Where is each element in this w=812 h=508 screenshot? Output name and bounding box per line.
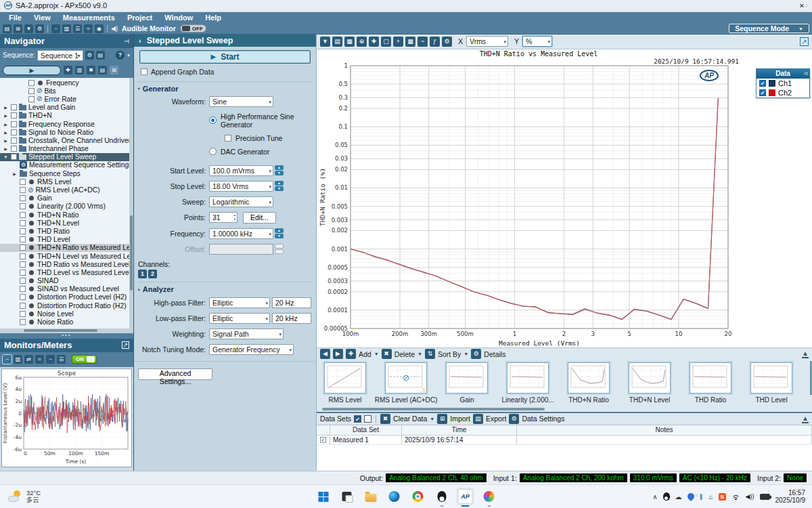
tree-item[interactable]: ▶Crosstalk, One Channel Undriven	[0, 136, 133, 144]
generator-section-header[interactable]: ▪ Generator	[138, 81, 312, 93]
sequence-select[interactable]: Sequence 1 ▼	[37, 50, 83, 61]
import-icon[interactable]: ⊞	[110, 66, 118, 75]
meters-monitor-icon[interactable]: ▥	[14, 355, 22, 364]
import-label[interactable]: Import	[450, 415, 470, 423]
append-graph-data-checkbox[interactable]	[141, 68, 148, 75]
export-icon[interactable]: ▤	[98, 66, 107, 75]
task-view-button[interactable]	[338, 488, 356, 505]
trace-monitor-icon[interactable]: ~	[46, 355, 55, 364]
chevron-down-icon[interactable]: ▼	[127, 54, 131, 58]
crosshair-icon[interactable]: +	[393, 37, 403, 47]
menu-window[interactable]: Window	[158, 12, 199, 24]
help-button[interactable]: ?	[116, 51, 125, 60]
tree-item[interactable]: Noise Ratio	[0, 318, 133, 326]
legend-checkbox[interactable]: ✔	[759, 89, 766, 96]
measurement-thumbnail[interactable]: THD Level	[750, 362, 793, 406]
expand-arrow-icon[interactable]: ▼	[3, 155, 9, 159]
sogou-ime-icon[interactable]: S	[719, 493, 726, 501]
check-all-icon[interactable]: ✔	[354, 415, 361, 423]
x-unit-select[interactable]: Vrms▾	[466, 36, 508, 47]
menu-project[interactable]: Project	[121, 12, 158, 24]
tree-checkbox[interactable]	[20, 179, 26, 185]
hp-filter-freq-input[interactable]: 20 Hz	[272, 297, 311, 308]
sequence-copy-icon[interactable]: ▤	[96, 51, 105, 60]
tree-checkbox[interactable]	[20, 220, 26, 226]
wifi-icon[interactable]	[731, 493, 740, 500]
expand-arrow-icon[interactable]: ▶	[3, 146, 9, 151]
chrome-button[interactable]	[409, 488, 427, 505]
tree-checkbox[interactable]	[28, 80, 35, 86]
sequence-settings-icon[interactable]: ⚙	[85, 51, 94, 60]
sequence-mode-button[interactable]: Sequence Mode ▼	[729, 24, 809, 33]
legend-header[interactable]: Data ⊲	[757, 69, 809, 79]
qq-button[interactable]	[433, 488, 451, 505]
frequency-input[interactable]: 1.00000 kHz▾	[209, 228, 273, 239]
hp-sine-radio[interactable]	[209, 117, 217, 124]
chevron-down-icon[interactable]: ▼	[430, 417, 434, 421]
new-file-icon[interactable]: ▤	[3, 24, 12, 33]
panel-splitter[interactable]: •••	[0, 333, 133, 339]
dac-generator-radio[interactable]	[209, 148, 217, 155]
tree-item[interactable]: ▼Stepped Level Sweep	[0, 153, 133, 161]
tree-checkbox[interactable]	[20, 261, 26, 268]
clear-data-label[interactable]: Clear Data	[393, 415, 427, 423]
expand-arrow-icon[interactable]: ▶	[12, 171, 18, 176]
advanced-settings-button[interactable]: Advanced Settings...	[138, 368, 212, 380]
steps-monitor-icon[interactable]: ≈	[35, 355, 44, 364]
open-icon[interactable]: ⊞	[14, 24, 22, 33]
tree-item[interactable]: ⚙Measurement Sequence Settings...	[0, 161, 133, 169]
start-level-spinner[interactable]: ▲▼	[275, 165, 284, 175]
points-spinner[interactable]: ▲▼	[233, 213, 236, 221]
edit-points-button[interactable]: Edit...	[243, 212, 276, 224]
photos-button[interactable]	[480, 488, 498, 505]
measurement-thumbnail[interactable]: THD+N Ratio	[567, 362, 610, 406]
save-icon[interactable]: ▼	[320, 37, 330, 47]
analyzer-section-header[interactable]: ▪ Analyzer	[138, 282, 312, 293]
add-measurement-icon[interactable]: ✚	[64, 66, 72, 75]
tree-item[interactable]: Distortion Product Level (H2)	[0, 293, 133, 301]
tree-checkbox[interactable]	[11, 154, 17, 160]
list-monitor-icon[interactable]: ☰	[57, 355, 66, 364]
start-level-input[interactable]: 100.0 mVrms▾	[209, 165, 273, 176]
tree-item[interactable]: Linearity (2.000 Vrms)	[0, 203, 133, 211]
file-explorer-button[interactable]	[362, 488, 380, 505]
collapse-panel-icon[interactable]: ▲	[802, 350, 809, 358]
thumbnail-label[interactable]: Linearity (2.000...	[501, 396, 554, 404]
tree-checkbox[interactable]	[20, 286, 26, 292]
report-icon[interactable]: ▥	[75, 66, 84, 75]
qq-tray-icon[interactable]	[663, 492, 670, 501]
tree-item[interactable]: Frequency	[0, 79, 133, 87]
popout-graph-icon[interactable]: ↗	[800, 37, 809, 46]
thumbnail-label[interactable]: THD+N Level	[629, 396, 670, 404]
tree-checkbox[interactable]	[11, 129, 17, 135]
frequency-spinner[interactable]: ▲▼	[275, 228, 284, 238]
zoom-icon[interactable]: ⊕	[357, 37, 367, 47]
tree-item[interactable]: SINAD	[0, 276, 133, 284]
tree-checkbox[interactable]	[20, 294, 26, 300]
tree-checkbox[interactable]	[20, 245, 26, 251]
tree-item[interactable]: Gain	[0, 194, 133, 203]
tree-item[interactable]: ⊘Bits	[0, 87, 133, 95]
lp-filter-freq-input[interactable]: 20 kHz	[272, 313, 311, 324]
menu-file[interactable]: File	[3, 12, 28, 24]
tree-checkbox[interactable]	[20, 236, 26, 242]
popout-icon[interactable]: ↗	[122, 341, 129, 349]
lp-filter-select[interactable]: Elliptic▾	[209, 313, 270, 324]
copy-icon[interactable]: ▤	[332, 37, 342, 47]
precision-tune-checkbox[interactable]	[225, 135, 231, 142]
weighting-select[interactable]: Signal Path▾	[209, 329, 284, 339]
menu-help[interactable]: Help	[199, 12, 227, 24]
hid-device-icon[interactable]: ⌂	[709, 493, 713, 501]
thumbnail-label[interactable]: Gain	[459, 396, 474, 404]
onedrive-icon[interactable]: ☁	[675, 493, 682, 501]
tree-checkbox[interactable]	[20, 319, 26, 325]
measurement-thumbnail[interactable]: ⊘⚠RMS Level (AC+DC)	[384, 362, 428, 406]
io-monitor-icon[interactable]: ⇄	[24, 355, 33, 364]
waveform-select[interactable]: Sine▾	[209, 96, 273, 107]
collapse-panel-icon[interactable]: ▲	[802, 415, 809, 423]
tree-item[interactable]: THD Ratio vs Measured Level	[0, 260, 133, 268]
tree-checkbox[interactable]	[20, 278, 26, 284]
save-icon[interactable]: ▼	[24, 24, 33, 33]
dataset-checkbox[interactable]: ✓	[320, 437, 326, 443]
tree-item[interactable]: THD Level vs Measured Level	[0, 268, 133, 276]
